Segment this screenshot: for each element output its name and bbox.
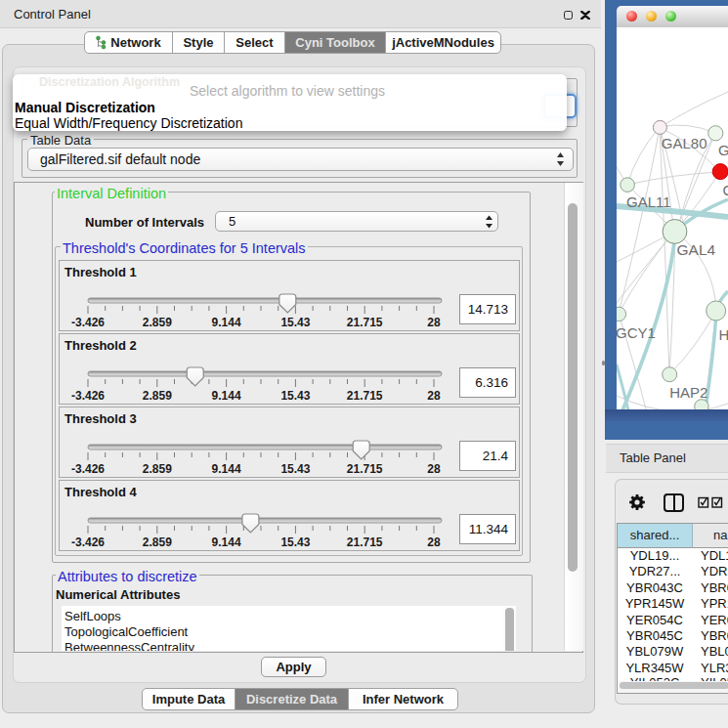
svg-text:9.144: 9.144 bbox=[212, 462, 241, 476]
svg-text:-3.426: -3.426 bbox=[71, 462, 105, 476]
svg-text:2.859: 2.859 bbox=[143, 462, 172, 476]
svg-text:9.144: 9.144 bbox=[212, 535, 241, 549]
svg-text:-3.426: -3.426 bbox=[71, 535, 105, 549]
svg-text:-3.426: -3.426 bbox=[71, 316, 105, 329]
svg-text:21.715: 21.715 bbox=[347, 316, 383, 329]
svg-text:GAL80: GAL80 bbox=[662, 135, 707, 151]
svg-text:2.859: 2.859 bbox=[143, 389, 172, 403]
svg-text:GAL4: GAL4 bbox=[677, 241, 716, 258]
svg-text:-3.426: -3.426 bbox=[71, 389, 105, 403]
svg-text:15.43: 15.43 bbox=[280, 389, 310, 403]
svg-text:28: 28 bbox=[427, 389, 441, 403]
svg-text:21.715: 21.715 bbox=[347, 389, 383, 403]
svg-text:GAL11: GAL11 bbox=[626, 193, 671, 210]
svg-text:15.43: 15.43 bbox=[280, 535, 310, 549]
svg-text:15.43: 15.43 bbox=[280, 316, 310, 329]
svg-text:H: H bbox=[719, 326, 728, 343]
svg-text:9.144: 9.144 bbox=[212, 316, 241, 329]
svg-text:2.859: 2.859 bbox=[143, 535, 172, 549]
svg-text:HAP2: HAP2 bbox=[669, 384, 707, 401]
svg-text:C: C bbox=[723, 182, 728, 198]
svg-text:9.144: 9.144 bbox=[212, 389, 241, 403]
svg-text:28: 28 bbox=[427, 462, 441, 476]
svg-text:28: 28 bbox=[427, 316, 441, 329]
svg-text:21.715: 21.715 bbox=[347, 535, 383, 549]
svg-text:21.715: 21.715 bbox=[347, 462, 383, 476]
svg-text:GA: GA bbox=[718, 142, 728, 158]
svg-text:2.859: 2.859 bbox=[143, 316, 172, 329]
svg-text:GCY1: GCY1 bbox=[617, 324, 656, 341]
svg-text:28: 28 bbox=[427, 535, 441, 549]
svg-text:15.43: 15.43 bbox=[280, 462, 310, 476]
